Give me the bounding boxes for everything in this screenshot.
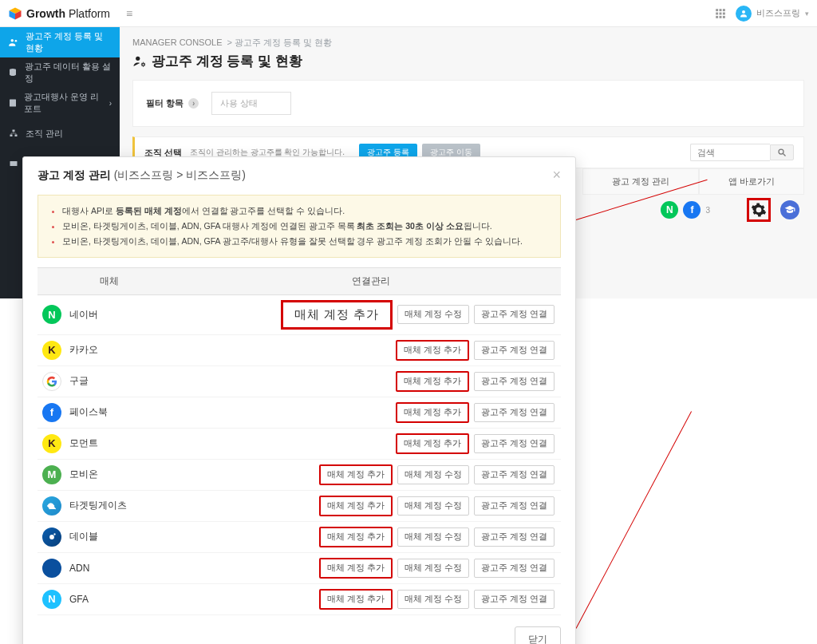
- advertiser-link-button[interactable]: 광고주 계정 연결: [474, 559, 555, 578]
- sitemap-icon: [8, 128, 19, 138]
- media-add-button[interactable]: 매체 계정 추가: [319, 527, 393, 547]
- advertiser-link-button[interactable]: 광고주 계정 연결: [474, 403, 555, 422]
- svg-rect-19: [15, 135, 18, 137]
- svg-line-24: [783, 154, 786, 156]
- media-cell: ADN: [37, 559, 181, 578]
- media-icon: [42, 527, 61, 547]
- table-row: 구글 매체 계정 추가광고주 계정 연결: [37, 366, 561, 397]
- gear-icon[interactable]: [751, 202, 767, 218]
- col-mgmt: 연결관리: [181, 268, 561, 294]
- apps-grid-icon[interactable]: [715, 8, 726, 19]
- media-name: 네이버: [69, 308, 98, 322]
- svg-rect-5: [723, 9, 725, 11]
- advertiser-link-button[interactable]: 광고주 계정 연결: [474, 372, 555, 391]
- svg-rect-20: [10, 161, 18, 166]
- media-icon: [42, 496, 61, 516]
- sidebar-item-report[interactable]: 광고대행사 운영 리포트 ›: [0, 88, 120, 118]
- svg-rect-4: [720, 9, 722, 11]
- media-add-button[interactable]: 매체 계정 추가: [396, 371, 469, 392]
- table-header: 매체 연결관리: [37, 267, 561, 295]
- info-line-2: 모비온, 타겟팅게이츠, 데이블, ADN, GFA 대행사 계정에 연결된 광…: [62, 219, 549, 234]
- media-cell: K 카카오: [37, 341, 181, 360]
- media-icon: [42, 559, 61, 578]
- advertiser-link-button[interactable]: 광고주 계정 연결: [474, 465, 555, 484]
- modal-header: 광고 계정 관리 (비즈스프링 > 비즈스프링) ×: [23, 157, 575, 190]
- brand-logo[interactable]: Growth Platform: [8, 6, 120, 21]
- media-cell: f 페이스북: [37, 403, 181, 422]
- advertiser-link-button[interactable]: 광고주 계정 연결: [474, 305, 555, 324]
- advertiser-link-button[interactable]: 광고주 계정 연결: [474, 434, 555, 453]
- media-name: 타겟팅게이츠: [69, 499, 127, 512]
- tab-app-shortcut[interactable]: 앱 바로가기: [699, 168, 804, 195]
- user-menu[interactable]: 비즈스프링 ▾: [736, 6, 809, 22]
- media-edit-button[interactable]: 매체 계정 수정: [397, 305, 469, 324]
- modal-close-button[interactable]: 닫기: [515, 626, 561, 644]
- hamburger-icon[interactable]: ≡: [126, 7, 132, 20]
- media-add-button[interactable]: 매체 계정 추가: [319, 496, 393, 516]
- media-add-button[interactable]: 매체 계정 추가: [319, 558, 393, 579]
- svg-point-22: [142, 63, 144, 65]
- media-name: GFA: [69, 594, 89, 605]
- svg-rect-3: [716, 9, 718, 11]
- media-edit-button[interactable]: 매체 계정 수정: [397, 496, 469, 516]
- facebook-badge-icon: f: [683, 201, 701, 219]
- media-cell: N GFA: [37, 590, 181, 609]
- media-cell: M 모비온: [37, 465, 181, 484]
- search-button[interactable]: [770, 144, 794, 160]
- sidebar-item-accounts[interactable]: 광고주 계정 등록 및 현황: [0, 27, 120, 57]
- advertiser-link-button[interactable]: 광고주 계정 연결: [474, 590, 555, 609]
- media-icon: N: [42, 305, 61, 324]
- shortcut-count: 3: [705, 206, 710, 215]
- user-name: 비즈스프링: [756, 7, 800, 19]
- table-row: f 페이스북 매체 계정 추가광고주 계정 연결: [37, 397, 561, 429]
- filter-status-select[interactable]: 사용 상태: [211, 92, 291, 115]
- svg-rect-17: [13, 130, 15, 132]
- media-edit-button[interactable]: 매체 계정 수정: [397, 527, 469, 547]
- mgmt-cell: 매체 계정 추가매체 계정 수정광고주 계정 연결: [181, 496, 561, 516]
- person-gear-icon: [132, 54, 147, 69]
- modal-info-box: 대행사 API로 등록된 매체 계정에서 연결할 광고주를 선택할 수 있습니다…: [37, 195, 561, 258]
- modal-footer: 닫기: [23, 615, 575, 644]
- sidebar-item-data[interactable]: 광고주 데이터 활용 설정: [0, 57, 120, 88]
- col-media: 매체: [37, 268, 181, 294]
- sidebar-item-org[interactable]: 조직 관리: [0, 118, 120, 148]
- close-icon[interactable]: ×: [552, 167, 561, 184]
- media-cell: 타겟팅게이츠: [37, 496, 181, 516]
- media-cell: 데이블: [37, 527, 181, 547]
- sidebar-label: 조직 관리: [26, 128, 63, 140]
- info-line-1: 대행사 API로 등록된 매체 계정에서 연결할 광고주를 선택할 수 있습니다…: [62, 203, 549, 219]
- media-edit-button[interactable]: 매체 계정 수정: [397, 590, 469, 609]
- media-add-button[interactable]: 매체 계정 추가: [319, 464, 393, 485]
- table-row: ADN 매체 계정 추가매체 계정 수정광고주 계정 연결: [37, 553, 561, 584]
- advertiser-link-button[interactable]: 광고주 계정 연결: [474, 527, 555, 547]
- svg-rect-10: [720, 15, 722, 18]
- media-add-button[interactable]: 매체 계정 추가: [281, 300, 393, 330]
- media-name: 모비온: [69, 468, 98, 481]
- media-add-button[interactable]: 매체 계정 추가: [396, 402, 469, 423]
- breadcrumb: MANAGER CONSOLE > 광고주 계정 등록 및 현황: [132, 37, 804, 49]
- media-edit-button[interactable]: 매체 계정 수정: [397, 465, 469, 484]
- media-name: ADN: [69, 563, 89, 574]
- media-edit-button[interactable]: 매체 계정 수정: [397, 559, 469, 578]
- mgmt-cell: 매체 계정 추가매체 계정 수정광고주 계정 연결: [181, 558, 561, 579]
- svg-point-26: [53, 533, 55, 535]
- media-add-button[interactable]: 매체 계정 추가: [319, 589, 393, 610]
- advertiser-link-button[interactable]: 광고주 계정 연결: [474, 341, 555, 360]
- media-add-button[interactable]: 매체 계정 추가: [396, 433, 469, 454]
- advertiser-link-button[interactable]: 광고주 계정 연결: [474, 496, 555, 516]
- svg-rect-16: [10, 100, 16, 107]
- graduation-cap-icon[interactable]: [780, 200, 799, 219]
- mgmt-cell: 매체 계정 추가광고주 계정 연결: [181, 402, 561, 423]
- table-row: K 모먼트 매체 계정 추가광고주 계정 연결: [37, 429, 561, 460]
- database-icon: [8, 68, 18, 77]
- media-add-button[interactable]: 매체 계정 추가: [396, 340, 469, 361]
- info-line-3: 모비온, 타겟팅게이츠, 데이블, ADN, GFA 광고주/대행사 유형을 잘…: [62, 234, 549, 249]
- media-name: 페이스북: [69, 405, 108, 419]
- svg-point-21: [136, 56, 140, 60]
- breadcrumb-root[interactable]: MANAGER CONSOLE: [132, 38, 222, 47]
- modal-title: 광고 계정 관리 (비즈스프링 > 비즈스프링): [37, 168, 246, 183]
- filter-label: 필터 항목 ›: [146, 97, 199, 109]
- tab-account-mgmt[interactable]: 광고 계정 관리: [582, 168, 699, 195]
- page-title: 광고주 계정 등록 및 현황: [132, 52, 804, 70]
- search-input[interactable]: [690, 144, 770, 161]
